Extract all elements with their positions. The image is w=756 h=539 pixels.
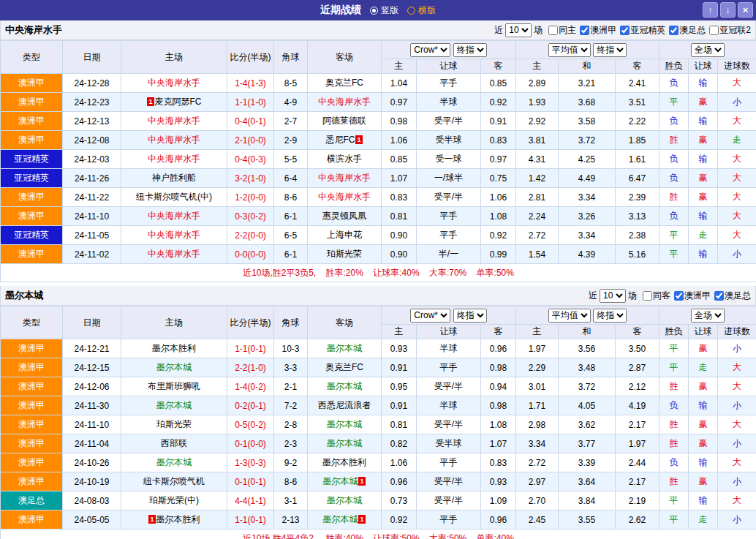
team-link[interactable]: 珀斯光荣 [156,419,192,429]
team-link[interactable]: 墨尔本城 [156,457,192,467]
team-link[interactable]: 西悉尼流浪者 [318,400,371,410]
avg-away-odds-cell: 2.17 [616,415,659,434]
team-link[interactable]: 中央海岸水手 [148,116,200,126]
team-link[interactable]: 奥克兰FC [325,78,363,88]
league-cell: 澳洲甲 [1,188,63,207]
handicap-odds-time-select[interactable]: 终指 [453,309,487,323]
team-link[interactable]: 中央海岸水手 [148,135,200,145]
team-link[interactable]: 墨尔本城 [327,495,362,505]
match-row: 澳洲甲24-11-30墨尔本城0-2(0-1)7-2西悉尼流浪者0.91半球0.… [1,396,756,415]
team-link[interactable]: 珀斯光荣 [327,249,362,259]
handicap-odds-source-select[interactable]: Crow* [410,309,450,323]
winloss-result-cell: 平 [659,339,689,358]
league-filter-checkbox[interactable] [714,291,724,301]
league-filter[interactable]: 澳洲甲 [674,290,711,302]
team-link[interactable]: 墨尔本城 [322,514,358,524]
league-filter-checkbox[interactable] [643,291,652,301]
avg-draw-odds-cell: 3.21 [559,74,616,93]
avg-home-odds-cell: 2.70 [516,491,559,510]
move-up-button[interactable]: ↑ [703,2,718,18]
close-button[interactable]: × [738,2,753,18]
team-link[interactable]: 中央海岸水手 [318,192,371,202]
league-filter-checkbox[interactable] [548,26,558,35]
vertical-layout-radio[interactable]: 竖版 [370,4,398,17]
league-filter[interactable]: 澳足总 [669,24,706,37]
team-link[interactable]: 中央海岸水手 [148,249,200,259]
team-link[interactable]: 墨尔本胜利 [156,514,200,524]
col-handicap-line: 让球 [417,59,481,74]
team-link[interactable]: 墨尔本城 [327,381,362,391]
team-link[interactable]: 珀斯光荣(中) [149,495,199,505]
avg-home-odds-cell: 2.81 [516,188,559,207]
team-link[interactable]: 墨尔本胜利 [152,343,196,353]
team-link[interactable]: 惠灵顿凤凰 [322,211,366,221]
winloss-result-cell: 负 [659,207,689,226]
team-link[interactable]: 阿德莱德联 [322,116,366,126]
league-filter-checkbox[interactable] [580,26,589,35]
handicap-away-odds-cell: 0.83 [481,453,516,472]
league-filter-checkbox[interactable] [669,26,678,35]
avg-away-odds-cell: 1.61 [616,150,659,169]
team-link[interactable]: 墨尔本城 [327,343,362,353]
league-filter[interactable]: 澳洲甲 [580,24,616,37]
team-link[interactable]: 墨尔本胜利 [322,457,366,467]
team-link[interactable]: 上海申花 [327,230,362,240]
team-link[interactable]: 横滨水手 [327,154,362,164]
handicap-home-odds-cell: 0.91 [382,396,417,415]
avg-odds-source-select[interactable]: 平均值 [548,309,591,323]
league-filter[interactable]: 澳足总 [714,290,751,302]
team-link[interactable]: 悉尼FC [325,135,355,145]
team-link[interactable]: 神户胜利船 [152,173,196,183]
team-link[interactable]: 墨尔本城 [327,438,362,448]
team-link[interactable]: 中央海岸水手 [318,173,371,183]
team-link[interactable]: 墨尔本城 [156,362,192,372]
move-down-button[interactable]: ↓ [720,2,736,18]
handicap-odds-source-select[interactable]: Crow* [410,43,450,57]
league-cell: 亚冠精英 [1,169,63,188]
team-link[interactable]: 奥克兰FC [325,362,363,372]
home-team-cell: 中央海岸水手 [121,226,227,245]
avg-odds-time-select[interactable]: 终指 [593,43,627,57]
team-link[interactable]: 中央海岸水手 [148,154,200,164]
scope-select[interactable]: 全场 [691,309,725,323]
team-link[interactable]: 布里斯班狮吼 [148,381,200,391]
match-count-select[interactable]: 10 [505,23,532,37]
col-avg-away: 客 [616,325,659,339]
league-filter-checkbox[interactable] [674,291,684,301]
team-link[interactable]: 中央海岸水手 [318,97,371,107]
league-filter[interactable]: 同主 [548,24,576,37]
team-link[interactable]: 纽卡斯尔喷气机 [143,476,205,486]
team-link[interactable]: 墨尔本城 [327,419,362,429]
league-filter[interactable]: 同客 [643,290,670,302]
avg-away-odds-cell: 2.87 [616,358,659,377]
corner-cell: 7-2 [274,396,308,415]
corner-cell: 2-1 [274,377,308,396]
team-link[interactable]: 墨尔本城 [156,400,192,410]
team-link[interactable]: 麦克阿瑟FC [155,97,202,107]
league-filter-checkbox[interactable] [709,26,719,35]
team-link[interactable]: 中央海岸水手 [148,211,200,221]
home-team-cell: 纽卡斯尔喷气机(中) [121,188,227,207]
team-link[interactable]: 西部联 [161,438,187,448]
scope-select[interactable]: 全场 [691,43,725,57]
avg-home-odds-cell: 3.01 [516,377,559,396]
match-count-select[interactable]: 10 [600,289,626,303]
col-date: 日期 [63,306,121,339]
date-cell: 24-11-05 [63,226,121,245]
match-row: 澳洲甲24-12-06布里斯班狮吼1-4(0-2)2-1墨尔本城0.95受平/半… [1,377,756,396]
avg-odds-time-select[interactable]: 终指 [593,309,627,323]
league-filter[interactable]: 亚冠联2 [709,24,751,37]
league-filter-checkbox[interactable] [620,26,630,35]
team-link[interactable]: 中央海岸水手 [148,78,200,88]
league-filter[interactable]: 亚冠精英 [620,24,665,37]
team-link[interactable]: 墨尔本城 [322,476,358,486]
handicap-line-cell: 平手 [417,226,481,245]
team-link[interactable]: 中央海岸水手 [148,230,200,240]
team-link[interactable]: 纽卡斯尔喷气机(中) [136,192,212,202]
avg-odds-source-select[interactable]: 平均值 [548,43,591,57]
avg-draw-odds-cell: 3.34 [559,226,616,245]
handicap-line-cell: 平手 [417,510,481,529]
handicap-odds-time-select[interactable]: 终指 [453,43,487,57]
col-winloss: 胜负 [659,59,689,74]
horizontal-layout-radio[interactable]: 横版 [407,4,436,17]
